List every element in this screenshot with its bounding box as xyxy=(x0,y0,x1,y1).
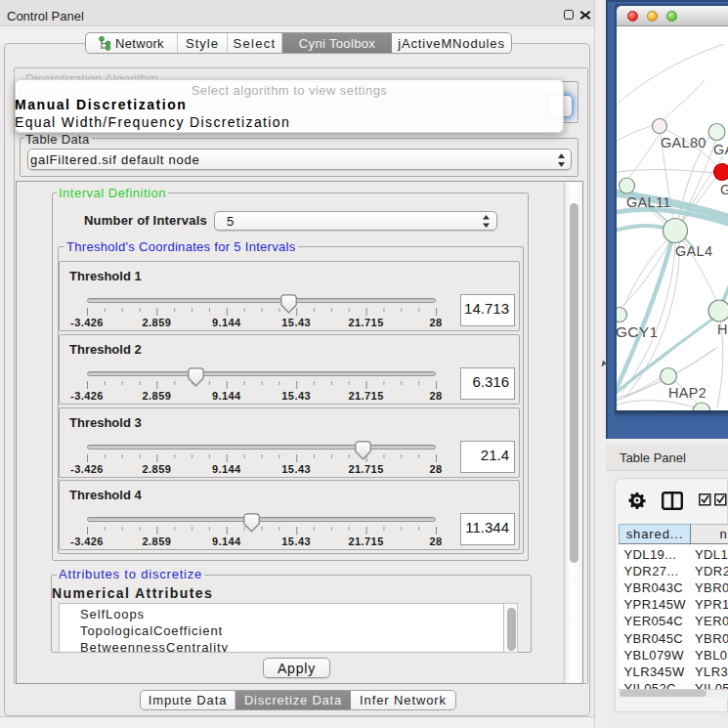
svg-text:GAL4: GAL4 xyxy=(675,243,712,259)
svg-text:GCY1: GCY1 xyxy=(617,323,658,340)
svg-text:G: G xyxy=(720,182,728,197)
svg-text:GAL11: GAL11 xyxy=(626,194,671,210)
svg-text:GAL80: GAL80 xyxy=(661,135,707,150)
svg-text:GA: GA xyxy=(713,142,728,157)
svg-text:HAP2: HAP2 xyxy=(668,385,707,401)
svg-text:H: H xyxy=(717,321,728,337)
